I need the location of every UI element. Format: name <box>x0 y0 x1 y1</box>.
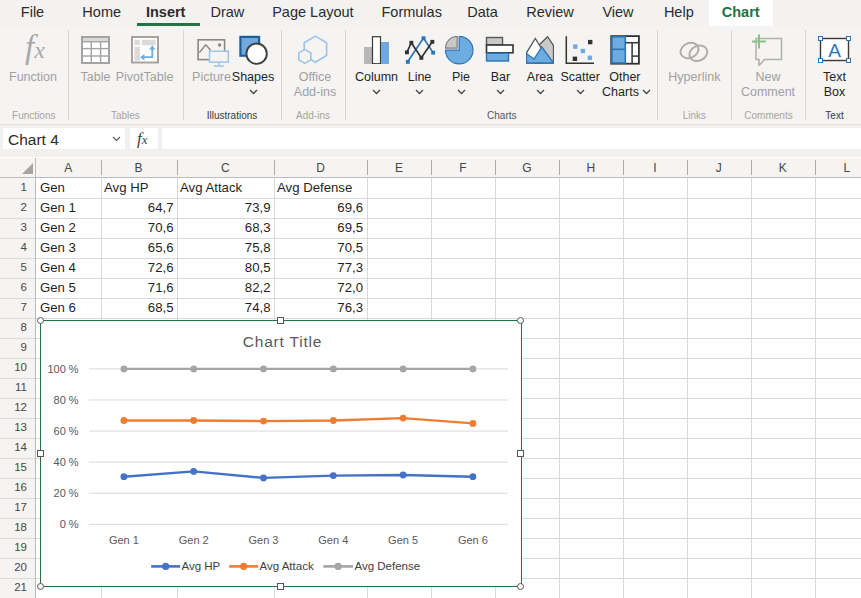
svg-text:A: A <box>828 40 841 61</box>
svg-text:Gen 4: Gen 4 <box>318 534 348 546</box>
svg-text:Gen 2: Gen 2 <box>179 534 209 546</box>
svg-text:Avg HP: Avg HP <box>182 561 221 573</box>
svg-text:40 %: 40 % <box>54 456 79 468</box>
svg-text:60 %: 60 % <box>54 425 79 437</box>
svg-text:20 %: 20 % <box>54 488 79 500</box>
svg-text:Gen 3: Gen 3 <box>249 534 279 546</box>
svg-text:Gen 1: Gen 1 <box>109 534 139 546</box>
svg-text:Chart Title: Chart Title <box>243 333 322 350</box>
svg-text:100 %: 100 % <box>47 363 78 375</box>
svg-text:Gen 5: Gen 5 <box>388 534 418 546</box>
svg-text:Avg Defense: Avg Defense <box>355 561 421 573</box>
svg-text:0 %: 0 % <box>60 519 79 531</box>
svg-text:Avg Attack: Avg Attack <box>260 561 314 573</box>
svg-text:80 %: 80 % <box>54 394 79 406</box>
svg-text:Gen 6: Gen 6 <box>458 534 488 546</box>
